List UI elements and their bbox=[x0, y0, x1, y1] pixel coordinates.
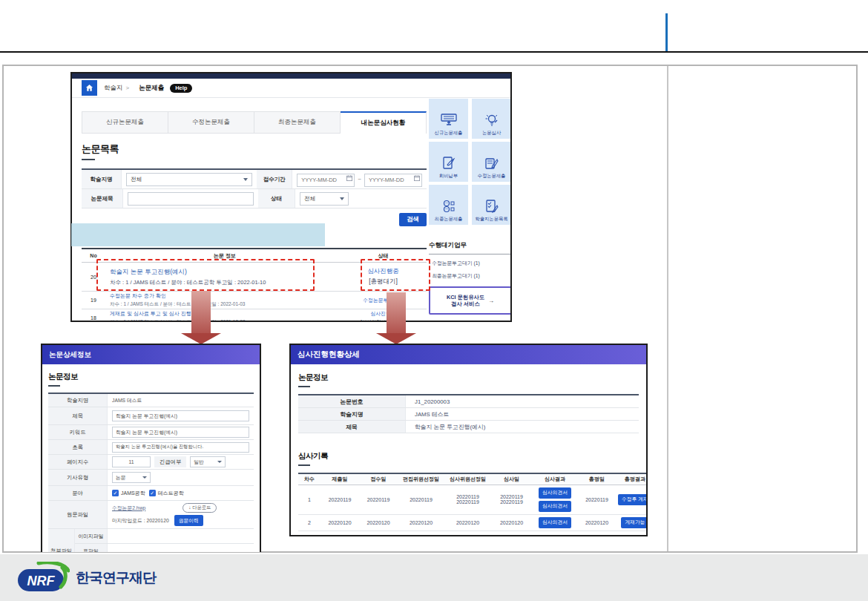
calendar-icon[interactable] bbox=[414, 175, 420, 181]
nrf-logo-mark: NRF bbox=[16, 562, 70, 594]
search-filter-box: 학술지명 전체 접수기간 ~ bbox=[82, 168, 427, 208]
faces-icon bbox=[441, 199, 456, 214]
checkbox-checked-icon: ✓ bbox=[149, 490, 156, 496]
quick-menu-sidebar: 신규논문제출 논문심사 회비납부 수정논문제출 최종논문제출 bbox=[429, 99, 512, 322]
pages-input[interactable] bbox=[112, 456, 151, 467]
search-button[interactable]: 검색 bbox=[399, 213, 427, 226]
paper-no-value: J1_20200003 bbox=[406, 398, 450, 405]
row-no: 18 bbox=[82, 315, 105, 321]
breadcrumb-bar: 학술지 > 논문제출 Help bbox=[72, 79, 510, 98]
manual-slide: 학술지 > 논문제출 Help 신규논문제출 수정논문제출 최종논문제출 내논문… bbox=[0, 0, 868, 601]
review-row: 1 20220119 20220119 20220119 20220119 20… bbox=[298, 485, 648, 514]
journal-select[interactable]: 전체 bbox=[126, 173, 252, 186]
section-title: 논문정보 bbox=[298, 372, 639, 383]
date-range-tilde: ~ bbox=[358, 176, 361, 183]
article-type-label: 기사유형 bbox=[48, 470, 108, 485]
final-decision-button[interactable]: 수정후 게재 bbox=[618, 494, 648, 505]
review-opinion-button[interactable]: 심사의견서 bbox=[539, 501, 571, 512]
attachments-label: 첨부파일 bbox=[48, 529, 75, 552]
quick-new-submission[interactable]: 신규논문제출 bbox=[429, 99, 468, 139]
journal-name-label: 학술지명 bbox=[298, 408, 406, 420]
article-type-select[interactable]: 논문 bbox=[112, 472, 151, 483]
pending-tasks-title: 수행대기업무 bbox=[429, 241, 512, 254]
status-select-value: 전체 bbox=[304, 195, 315, 203]
section-underline bbox=[298, 386, 310, 387]
highlight-box bbox=[71, 223, 325, 246]
table-row[interactable]: 18 게재료 및 심사료 투고 및 심사 진행 중 차수 : 1 / JAMS … bbox=[82, 309, 427, 322]
org-name: 한국연구재단 bbox=[76, 568, 156, 588]
review-progress-panel: 심사진행현황상세 논문정보 논문번호 J1_20200003 학술지명 JAMS… bbox=[289, 344, 648, 536]
urgent-select[interactable]: 일반 bbox=[190, 456, 226, 467]
file-history-button[interactable]: 원문이력 bbox=[174, 515, 203, 526]
status-label: 상태 bbox=[258, 189, 295, 208]
tab-revised-submission[interactable]: 수정논문제출 bbox=[168, 111, 254, 134]
paper-no-label: 논문번호 bbox=[298, 395, 406, 407]
quick-final-submission[interactable]: 최종논문제출 bbox=[429, 185, 468, 225]
paper-detail-panel: 논문상세정보 논문정보 학술지명 JAMS 테스트 제목 키워드 초록 bbox=[41, 344, 261, 552]
chevron-down-icon bbox=[217, 461, 222, 463]
paper-info-form: 학술지명 JAMS 테스트 제목 키워드 초록 학술지 논문 투고진행(예시)을… bbox=[48, 393, 254, 552]
annotation-dashed-box-paper bbox=[96, 259, 315, 291]
tab-new-submission[interactable]: 신규논문제출 bbox=[82, 111, 168, 134]
panel-title: 심사진행현황상세 bbox=[291, 345, 646, 364]
calendar-icon[interactable] bbox=[346, 175, 352, 181]
review-opinion-button[interactable]: 심사의견서 bbox=[539, 487, 571, 499]
date-from-field[interactable] bbox=[297, 171, 355, 187]
paper-title-link[interactable]: 게재료 및 심사료 투고 및 심사 진행 중 bbox=[110, 310, 340, 318]
journal-name-label: 학술지명 bbox=[82, 170, 122, 188]
bulb-icon bbox=[484, 113, 499, 128]
similarity-check-final-button[interactable]: 문헌 유사도 검사(확정) → bbox=[429, 321, 512, 322]
date-to-field[interactable] bbox=[364, 171, 422, 187]
field-checkbox-jams[interactable]: ✓JAMS공학 bbox=[112, 490, 145, 497]
pending-final-link[interactable]: 최종논문투고대기 (1) bbox=[429, 272, 512, 280]
title-label: 제목 bbox=[48, 407, 108, 424]
download-button[interactable]: ↓ 다운로드 bbox=[183, 503, 217, 513]
checkbox-checked-icon: ✓ bbox=[112, 490, 119, 496]
title-input[interactable] bbox=[112, 410, 249, 421]
pending-revised-link[interactable]: 수정논문투고대기 (1) bbox=[429, 260, 512, 267]
arrow-right-icon: → bbox=[488, 298, 494, 304]
annotation-dashed-box-status bbox=[361, 259, 430, 291]
quick-revised-submission[interactable]: 수정논문제출 bbox=[472, 142, 511, 182]
svg-text:NRF: NRF bbox=[27, 574, 56, 588]
quick-paper-review[interactable]: 논문심사 bbox=[472, 99, 511, 139]
chevron-down-icon bbox=[340, 197, 344, 200]
abstract-textarea[interactable]: 학술지 논문 투고진행(예시)을 진행합니다. bbox=[112, 442, 249, 453]
help-badge[interactable]: Help bbox=[170, 84, 192, 93]
annotation-arrow-down bbox=[376, 292, 416, 344]
field-checkbox-test[interactable]: ✓테스트공학 bbox=[149, 490, 184, 497]
paper-title-input[interactable] bbox=[128, 192, 254, 206]
title-value: 학술지 논문 투고진행(예시) bbox=[406, 423, 485, 431]
top-navy-bar bbox=[72, 73, 510, 79]
review-opinion-button[interactable]: 심사의견서 bbox=[539, 517, 571, 528]
header-info: 논문 정보 bbox=[105, 252, 344, 260]
breadcrumb-section[interactable]: 학술지 bbox=[104, 84, 123, 93]
paper-meta: 차수 : 1 / JAMS 테스트 / 분야 : 테스트공학 투고일 : 202… bbox=[110, 301, 340, 308]
tab-my-review-status[interactable]: 내논문심사현황 bbox=[341, 111, 427, 134]
row-no: 19 bbox=[82, 298, 105, 303]
document-quill-icon bbox=[441, 156, 456, 171]
table-row[interactable]: 19 수정논문 차수 증가 확인 차수 : 1 / JAMS 테스트 / 분야 … bbox=[82, 292, 427, 309]
section-title: 논문정보 bbox=[48, 372, 254, 382]
keyboard-icon bbox=[441, 113, 457, 128]
keyword-input[interactable] bbox=[112, 427, 249, 438]
quick-fee-payment[interactable]: 회비납부 bbox=[429, 142, 468, 182]
attachments-group: 첨부파일 이미지파일 표파일 bbox=[48, 529, 254, 552]
urgent-label: 긴급여부 bbox=[154, 456, 186, 467]
tab-final-submission[interactable]: 최종논문제출 bbox=[254, 111, 341, 134]
home-button[interactable] bbox=[82, 80, 97, 96]
quick-journal-paper-list[interactable]: 학술지논문목록 bbox=[472, 185, 511, 225]
kci-similarity-button[interactable]: KCI 문헌유사도 검사 서비스 → bbox=[429, 286, 512, 315]
review-row: 2 20220120 20220120 20220120 20220120 20… bbox=[298, 514, 648, 531]
chevron-down-icon bbox=[243, 178, 248, 181]
review-record-table: 차수 제출일 접수일 편집위원선정일 심사위원선정일 심사일 심사결과 총평일 … bbox=[298, 473, 648, 531]
header-status: 상태 bbox=[344, 252, 422, 260]
manuscript-file-link[interactable]: 수정논문2.hwp bbox=[112, 505, 145, 512]
final-decision-button[interactable]: 게재가능 bbox=[621, 517, 648, 528]
status-select[interactable]: 전체 bbox=[300, 192, 349, 206]
paper-info-table: 논문번호 J1_20200003 학술지명 JAMS 테스트 제목 학술지 논문… bbox=[298, 394, 639, 433]
section-title: 심사기록 bbox=[298, 451, 639, 462]
image-file-label: 이미지파일 bbox=[75, 529, 108, 543]
paper-title-link[interactable]: 수정논문 차수 증가 확인 bbox=[110, 292, 340, 300]
abstract-label: 초록 bbox=[48, 440, 108, 454]
